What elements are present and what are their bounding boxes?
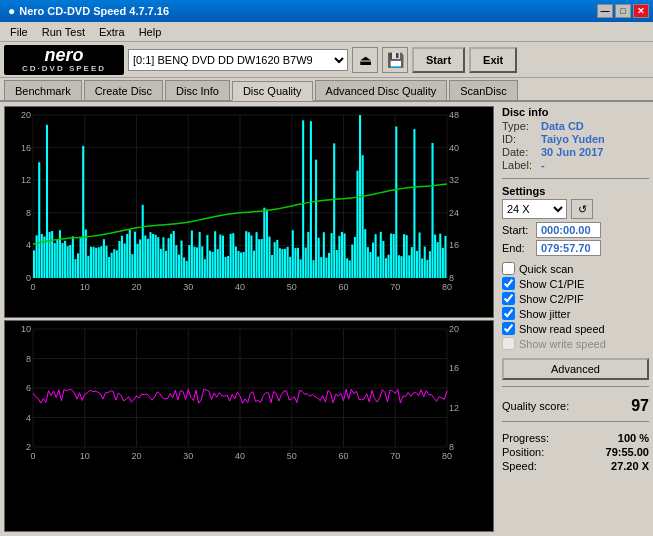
tab-advanced-disc-quality[interactable]: Advanced Disc Quality: [315, 80, 448, 100]
minimize-button[interactable]: —: [597, 4, 613, 18]
quality-score-row: Quality score: 97: [502, 397, 649, 415]
chart-1: [4, 106, 494, 318]
show-c2-pif-label: Show C2/PIF: [519, 293, 584, 305]
refresh-button[interactable]: ↺: [571, 199, 593, 219]
disc-info-section: Disc info Type: Data CD ID: Taiyo Yuden …: [502, 106, 649, 172]
position-value: 79:55.00: [606, 446, 649, 458]
menu-file[interactable]: File: [4, 24, 34, 40]
type-value: Data CD: [541, 120, 584, 132]
drive-selector[interactable]: [0:1] BENQ DVD DD DW1620 B7W9: [128, 49, 348, 71]
quality-score-value: 97: [631, 397, 649, 415]
label-value: -: [541, 159, 545, 171]
exit-button[interactable]: Exit: [469, 47, 517, 73]
tab-create-disc[interactable]: Create Disc: [84, 80, 163, 100]
nero-logo: nero CD·DVD SPEED: [4, 45, 124, 75]
menu-bar: File Run Test Extra Help: [0, 22, 653, 42]
main-content: Disc info Type: Data CD ID: Taiyo Yuden …: [0, 102, 653, 536]
end-label: End:: [502, 242, 532, 254]
start-time: 000:00.00: [536, 222, 601, 238]
progress-value: 100 %: [618, 432, 649, 444]
show-read-speed-label: Show read speed: [519, 323, 605, 335]
tab-disc-info[interactable]: Disc Info: [165, 80, 230, 100]
show-write-speed-label: Show write speed: [519, 338, 606, 350]
position-label: Position:: [502, 446, 544, 458]
app-icon: ●: [8, 4, 15, 18]
checkboxes-section: Quick scan Show C1/PIE Show C2/PIF Show …: [502, 262, 649, 352]
app-title: Nero CD-DVD Speed 4.7.7.16: [19, 5, 169, 17]
end-time: 079:57.70: [536, 240, 601, 256]
quality-score-label: Quality score:: [502, 400, 569, 412]
date-label: Date:: [502, 146, 537, 158]
menu-extra[interactable]: Extra: [93, 24, 131, 40]
speed-selector[interactable]: 24 X Maximum 4 X 8 X 16 X 32 X 40 X 48 X: [502, 199, 567, 219]
tab-bar: Benchmark Create Disc Disc Info Disc Qua…: [0, 78, 653, 102]
disc-info-title: Disc info: [502, 106, 649, 118]
progress-label: Progress:: [502, 432, 549, 444]
speed-value: 27.20 X: [611, 460, 649, 472]
menu-help[interactable]: Help: [133, 24, 168, 40]
toolbar: nero CD·DVD SPEED [0:1] BENQ DVD DD DW16…: [0, 42, 653, 78]
show-write-speed-checkbox[interactable]: [502, 337, 515, 350]
tab-benchmark[interactable]: Benchmark: [4, 80, 82, 100]
show-c1-pie-label: Show C1/PIE: [519, 278, 584, 290]
show-c1-pie-checkbox[interactable]: [502, 277, 515, 290]
advanced-button[interactable]: Advanced: [502, 358, 649, 380]
quick-scan-label: Quick scan: [519, 263, 573, 275]
id-label: ID:: [502, 133, 537, 145]
tab-disc-quality[interactable]: Disc Quality: [232, 81, 313, 101]
show-jitter-checkbox[interactable]: [502, 307, 515, 320]
restore-button[interactable]: □: [615, 4, 631, 18]
eject-icon-button[interactable]: ⏏: [352, 47, 378, 73]
settings-title: Settings: [502, 185, 649, 197]
save-icon-button[interactable]: 💾: [382, 47, 408, 73]
id-value: Taiyo Yuden: [541, 133, 605, 145]
right-panel: Disc info Type: Data CD ID: Taiyo Yuden …: [498, 102, 653, 536]
chart-2: [4, 320, 494, 532]
label-label: Label:: [502, 159, 537, 171]
quick-scan-checkbox[interactable]: [502, 262, 515, 275]
charts-area: [0, 102, 498, 536]
close-button[interactable]: ✕: [633, 4, 649, 18]
title-bar: ● Nero CD-DVD Speed 4.7.7.16 — □ ✕: [0, 0, 653, 22]
start-label: Start:: [502, 224, 532, 236]
speed-label: Speed:: [502, 460, 537, 472]
start-button[interactable]: Start: [412, 47, 465, 73]
show-c2-pif-checkbox[interactable]: [502, 292, 515, 305]
show-read-speed-checkbox[interactable]: [502, 322, 515, 335]
type-label: Type:: [502, 120, 537, 132]
settings-section: Settings 24 X Maximum 4 X 8 X 16 X 32 X …: [502, 185, 649, 258]
show-jitter-label: Show jitter: [519, 308, 570, 320]
date-value: 30 Jun 2017: [541, 146, 603, 158]
progress-section: Progress: 100 % Position: 79:55.00 Speed…: [502, 432, 649, 474]
menu-run-test[interactable]: Run Test: [36, 24, 91, 40]
tab-scandisc[interactable]: ScanDisc: [449, 80, 517, 100]
